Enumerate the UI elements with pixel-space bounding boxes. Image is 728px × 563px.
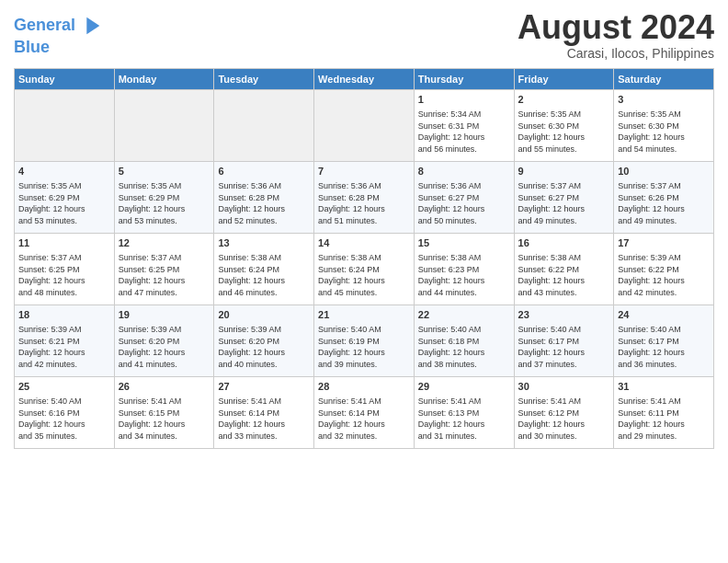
day-number: 3 <box>618 93 710 107</box>
day-info: Sunset: 6:14 PM <box>318 408 410 419</box>
day-info: Daylight: 12 hours <box>418 132 510 144</box>
day-info: Daylight: 12 hours <box>318 347 410 359</box>
day-info: and 55 minutes. <box>518 144 610 155</box>
header: General Blue August 2024 Carasi, Ilocos,… <box>14 9 714 61</box>
day-info: and 46 minutes. <box>218 287 310 299</box>
day-info: and 56 minutes. <box>418 144 510 155</box>
calendar-cell <box>314 89 415 161</box>
day-info: Daylight: 12 hours <box>518 347 610 359</box>
calendar-cell: 14Sunrise: 5:38 AMSunset: 6:24 PMDayligh… <box>314 233 415 304</box>
day-info: Sunset: 6:18 PM <box>418 336 510 348</box>
day-info: Sunset: 6:24 PM <box>218 264 310 276</box>
day-info: Sunset: 6:20 PM <box>218 336 310 348</box>
calendar-cell: 29Sunrise: 5:41 AMSunset: 6:13 PMDayligh… <box>414 376 514 448</box>
day-number: 10 <box>618 165 710 178</box>
calendar-cell: 2Sunrise: 5:35 AMSunset: 6:30 PMDaylight… <box>514 89 614 161</box>
day-info: Daylight: 12 hours <box>18 203 110 215</box>
calendar-cell: 26Sunrise: 5:41 AMSunset: 6:15 PMDayligh… <box>114 376 214 448</box>
day-info: Sunrise: 5:38 AM <box>418 252 510 264</box>
logo: General Blue <box>14 13 104 57</box>
day-info: Sunrise: 5:36 AM <box>418 180 510 192</box>
day-info: and 51 minutes. <box>318 215 410 227</box>
day-info: and 31 minutes. <box>418 431 510 442</box>
calendar-cell: 19Sunrise: 5:39 AMSunset: 6:20 PMDayligh… <box>114 304 214 376</box>
day-info: Sunrise: 5:37 AM <box>518 180 610 192</box>
calendar-cell: 15Sunrise: 5:38 AMSunset: 6:23 PMDayligh… <box>414 233 514 304</box>
day-info: Sunrise: 5:40 AM <box>518 324 610 336</box>
day-info: Sunset: 6:28 PM <box>218 192 310 204</box>
day-info: Sunrise: 5:41 AM <box>418 396 510 408</box>
day-info: Sunrise: 5:39 AM <box>18 324 110 336</box>
week-row-5: 25Sunrise: 5:40 AMSunset: 6:16 PMDayligh… <box>15 376 714 448</box>
logo-icon <box>78 13 104 39</box>
day-info: Sunset: 6:13 PM <box>418 408 510 419</box>
day-info: Sunrise: 5:35 AM <box>18 180 110 192</box>
day-info: Sunrise: 5:41 AM <box>518 396 610 408</box>
day-info: Daylight: 12 hours <box>218 203 310 215</box>
day-number: 20 <box>218 308 310 322</box>
day-number: 30 <box>518 380 610 394</box>
day-info: Daylight: 12 hours <box>518 203 610 215</box>
day-info: Sunset: 6:31 PM <box>418 121 510 132</box>
svg-marker-0 <box>86 17 99 35</box>
day-info: Sunrise: 5:36 AM <box>218 180 310 192</box>
day-info: Sunrise: 5:38 AM <box>518 252 610 264</box>
title-section: August 2024 Carasi, Ilocos, Philippines <box>518 9 714 61</box>
day-info: Sunset: 6:25 PM <box>119 264 210 276</box>
day-info: Sunset: 6:29 PM <box>18 192 110 204</box>
day-info: and 45 minutes. <box>318 287 410 299</box>
day-info: and 29 minutes. <box>618 431 710 442</box>
calendar-cell: 9Sunrise: 5:37 AMSunset: 6:27 PMDaylight… <box>514 161 614 233</box>
calendar-cell: 17Sunrise: 5:39 AMSunset: 6:22 PMDayligh… <box>614 233 714 304</box>
week-row-1: 1Sunrise: 5:34 AMSunset: 6:31 PMDaylight… <box>15 89 714 161</box>
day-number: 4 <box>18 165 110 178</box>
day-info: Sunrise: 5:39 AM <box>618 252 710 264</box>
logo-text: General <box>14 17 75 35</box>
day-info: Sunset: 6:26 PM <box>618 192 710 204</box>
day-info: Daylight: 12 hours <box>518 275 610 287</box>
day-info: and 36 minutes. <box>618 359 710 371</box>
day-info: Daylight: 12 hours <box>18 275 110 287</box>
day-info: Sunrise: 5:35 AM <box>518 109 610 121</box>
calendar-table: SundayMondayTuesdayWednesdayThursdayFrid… <box>14 68 714 449</box>
calendar-cell: 4Sunrise: 5:35 AMSunset: 6:29 PMDaylight… <box>15 161 115 233</box>
day-header-saturday: Saturday <box>614 68 714 89</box>
day-info: Daylight: 12 hours <box>119 203 210 215</box>
week-row-3: 11Sunrise: 5:37 AMSunset: 6:25 PMDayligh… <box>15 233 714 304</box>
day-number: 16 <box>518 236 610 250</box>
calendar-cell: 11Sunrise: 5:37 AMSunset: 6:25 PMDayligh… <box>15 233 115 304</box>
day-info: Daylight: 12 hours <box>218 275 310 287</box>
calendar-cell: 24Sunrise: 5:40 AMSunset: 6:17 PMDayligh… <box>614 304 714 376</box>
day-header-wednesday: Wednesday <box>314 68 415 89</box>
day-info: Sunset: 6:19 PM <box>318 336 410 348</box>
day-info: Daylight: 12 hours <box>418 347 510 359</box>
day-info: Daylight: 12 hours <box>119 419 210 431</box>
day-header-tuesday: Tuesday <box>214 68 314 89</box>
day-number: 15 <box>418 236 510 250</box>
day-info: and 40 minutes. <box>218 359 310 371</box>
day-number: 22 <box>418 308 510 322</box>
day-info: Daylight: 12 hours <box>618 347 710 359</box>
day-number: 19 <box>119 308 210 322</box>
calendar-cell: 18Sunrise: 5:39 AMSunset: 6:21 PMDayligh… <box>15 304 115 376</box>
day-info: Sunrise: 5:38 AM <box>218 252 310 264</box>
day-info: Sunset: 6:14 PM <box>218 408 310 419</box>
logo-blue: Blue <box>14 38 50 56</box>
day-info: Sunrise: 5:39 AM <box>119 324 210 336</box>
day-info: Sunrise: 5:35 AM <box>618 109 710 121</box>
day-number: 12 <box>119 236 210 250</box>
day-info: Daylight: 12 hours <box>518 132 610 144</box>
day-info: and 38 minutes. <box>418 359 510 371</box>
day-info: Sunrise: 5:41 AM <box>618 396 710 408</box>
day-info: and 54 minutes. <box>618 144 710 155</box>
day-number: 1 <box>418 93 510 107</box>
day-info: Sunrise: 5:34 AM <box>418 109 510 121</box>
calendar-cell: 8Sunrise: 5:36 AMSunset: 6:27 PMDaylight… <box>414 161 514 233</box>
calendar-cell <box>114 89 214 161</box>
day-info: Sunrise: 5:38 AM <box>318 252 410 264</box>
day-header-friday: Friday <box>514 68 614 89</box>
calendar-cell: 31Sunrise: 5:41 AMSunset: 6:11 PMDayligh… <box>614 376 714 448</box>
day-info: and 52 minutes. <box>218 215 310 227</box>
day-info: and 37 minutes. <box>518 359 610 371</box>
main-container: General Blue August 2024 Carasi, Ilocos,… <box>0 0 728 458</box>
